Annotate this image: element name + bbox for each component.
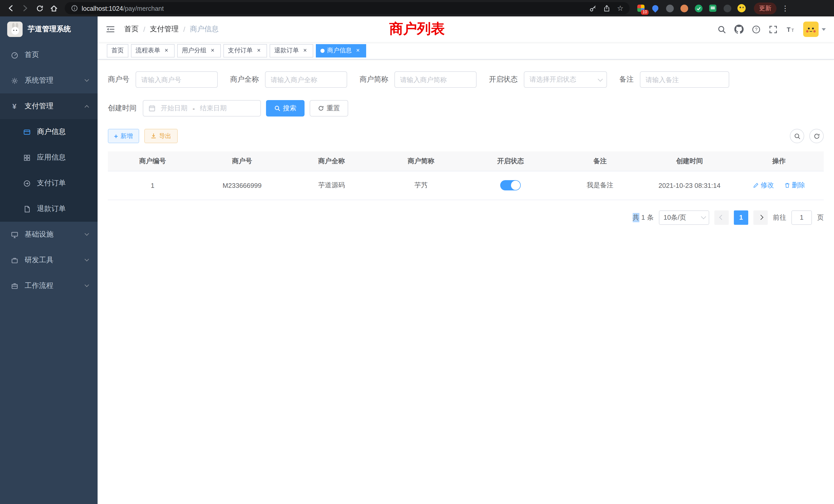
chevron-down-icon	[85, 77, 89, 82]
merchant-no-input[interactable]	[141, 76, 212, 84]
status-select[interactable]: 请选择开启状态	[524, 71, 607, 88]
trash-icon	[784, 182, 790, 188]
sidebar-item-pay-order[interactable]: 支付订单	[0, 170, 97, 196]
logo-image	[7, 22, 23, 37]
col-merchant-name: 商户全称	[287, 152, 376, 171]
col-actions: 操作	[734, 152, 824, 171]
github-icon[interactable]	[734, 25, 744, 34]
cell-actions: 修改 删除	[734, 171, 824, 200]
add-button[interactable]: + 新增	[108, 129, 139, 143]
page-size-select[interactable]: 10条/页	[659, 210, 709, 225]
app-logo[interactable]: 芋道管理系统	[0, 17, 97, 42]
next-page-button[interactable]	[753, 210, 768, 225]
extension-avatar-icon[interactable]	[678, 2, 690, 14]
tab-close-icon[interactable]: ×	[163, 47, 170, 54]
toggle-search-button[interactable]	[790, 129, 804, 143]
sidebar-item-devtools[interactable]: 研发工具	[0, 247, 97, 273]
extension-note-icon[interactable]	[707, 2, 719, 14]
edit-link[interactable]: 修改	[753, 181, 774, 190]
url-path: /pay/merchant	[123, 5, 163, 12]
merchant-no-label: 商户号	[108, 75, 129, 84]
delete-link[interactable]: 删除	[784, 181, 805, 190]
reset-button-label: 重置	[327, 104, 340, 113]
pagination-total: 共 1 条	[633, 213, 654, 222]
extension-colorful-icon[interactable]: 10	[635, 2, 647, 14]
search-icon[interactable]	[718, 25, 726, 33]
address-bar[interactable]: localhost:1024/pay/merchant ☆	[65, 2, 630, 14]
merchant-short-label: 商户简称	[359, 75, 388, 84]
goto-page-input[interactable]	[791, 210, 812, 225]
search-icon	[794, 133, 800, 139]
sidebar-item-app-info[interactable]: 应用信息	[0, 145, 97, 170]
extension-dark-circle-icon[interactable]	[663, 2, 676, 14]
tab-close-icon[interactable]: ×	[302, 47, 309, 54]
extension-check-icon[interactable]	[692, 2, 705, 14]
start-date-placeholder: 开始日期	[161, 104, 188, 113]
sidebar-item-label: 应用信息	[37, 153, 66, 162]
tab-merchant-info[interactable]: 商户信息 ×	[316, 44, 366, 57]
sidebar-item-home[interactable]: 首页	[0, 42, 97, 68]
calendar-icon	[148, 105, 156, 112]
home-icon[interactable]	[47, 2, 61, 15]
page-size-value: 10条/页	[663, 213, 686, 222]
help-icon[interactable]: ?	[752, 25, 761, 33]
tab-close-icon[interactable]: ×	[209, 47, 216, 54]
export-button[interactable]: 导出	[144, 129, 177, 143]
sidebar-item-payment[interactable]: ¥ 支付管理	[0, 93, 97, 119]
current-page[interactable]: 1	[734, 210, 748, 225]
breadcrumb-item[interactable]: 首页	[124, 25, 139, 34]
date-separator: -	[193, 105, 195, 112]
tab-close-icon[interactable]: ×	[354, 47, 361, 54]
sidebar-item-label: 工作流程	[25, 281, 53, 291]
search-button[interactable]: 搜索	[266, 100, 305, 116]
sidebar-item-refund-order[interactable]: 退款订单	[0, 196, 97, 222]
sidebar-item-merchant-info[interactable]: 商户信息	[0, 119, 97, 145]
remark-input[interactable]	[645, 76, 724, 84]
extension-smiley-icon[interactable]	[736, 2, 748, 14]
end-date-placeholder: 结束日期	[200, 104, 227, 113]
status-toggle[interactable]	[500, 180, 521, 190]
breadcrumb-item[interactable]: 支付管理	[150, 25, 179, 34]
breadcrumb-separator: /	[143, 25, 145, 33]
total-suffix: 条	[647, 213, 654, 222]
tab-label: 流程表单	[136, 46, 160, 55]
user-menu[interactable]	[803, 22, 826, 37]
tab-pay-order[interactable]: 支付订单 ×	[223, 44, 267, 57]
extension-pin-icon[interactable]	[721, 2, 733, 14]
chevron-left-icon	[719, 215, 724, 220]
sidebar-item-infra[interactable]: 基础设施	[0, 222, 97, 247]
pay-order-icon	[23, 179, 31, 187]
prev-page-button[interactable]	[714, 210, 729, 225]
share-icon[interactable]	[603, 4, 611, 12]
extension-drop-icon[interactable]	[649, 2, 661, 14]
document-icon	[23, 205, 31, 213]
reload-icon[interactable]	[33, 2, 46, 15]
tab-user-group[interactable]: 用户分组 ×	[177, 44, 221, 57]
merchant-short-input[interactable]	[400, 76, 471, 84]
tab-close-icon[interactable]: ×	[255, 47, 262, 54]
tab-home[interactable]: 首页	[107, 44, 128, 57]
reset-button[interactable]: 重置	[310, 100, 348, 116]
sidebar-toggle-icon[interactable]	[106, 25, 115, 34]
chrome-update-button[interactable]: 更新	[754, 2, 776, 14]
chevron-down-icon	[85, 257, 89, 261]
tab-refund-order[interactable]: 退款订单 ×	[270, 44, 313, 57]
refresh-table-button[interactable]	[809, 129, 824, 143]
bookmark-star-icon[interactable]: ☆	[617, 4, 623, 12]
fullscreen-icon[interactable]	[769, 25, 777, 33]
tab-process-form[interactable]: 流程表单 ×	[131, 44, 175, 57]
svg-text:T: T	[787, 26, 791, 33]
browser-menu-icon[interactable]: ⋮	[777, 4, 793, 12]
sidebar-item-workflow[interactable]: 工作流程	[0, 273, 97, 299]
font-size-icon[interactable]: TT	[786, 25, 795, 33]
merchant-name-input[interactable]	[271, 76, 342, 84]
sidebar-item-label: 退款订单	[37, 204, 66, 213]
back-icon[interactable]	[4, 2, 18, 15]
sidebar-item-system[interactable]: 系统管理	[0, 68, 97, 93]
password-key-icon[interactable]	[589, 4, 597, 12]
dashboard-icon	[10, 51, 19, 59]
site-info-icon[interactable]	[71, 5, 78, 12]
forward-icon[interactable]	[19, 2, 32, 15]
create-time-range-picker[interactable]: 开始日期 - 结束日期	[143, 100, 261, 116]
tags-view: 首页 流程表单 × 用户分组 × 支付订单 × 退款订单 × 商户信息 ×	[97, 42, 834, 60]
